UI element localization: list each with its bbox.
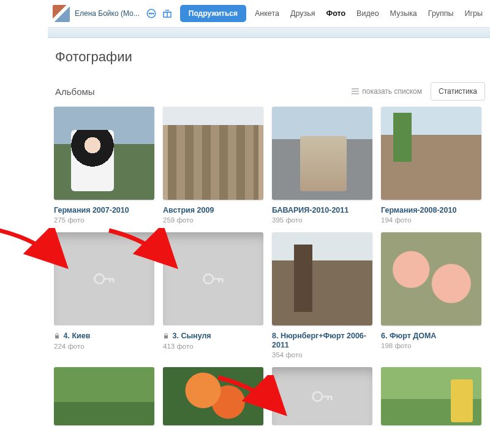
album-count: 395 фото	[272, 216, 372, 224]
album-thumb[interactable]	[54, 107, 154, 200]
list-icon	[352, 88, 359, 94]
album-title[interactable]: 4. Киев	[54, 332, 154, 341]
album-title[interactable]: 6. Фюрт ДОМА	[381, 332, 481, 341]
album-title[interactable]: 3. Сынуля	[163, 332, 263, 341]
album-title[interactable]: 8. Нюрнберг+Фюрт 2006-2011	[272, 332, 372, 350]
album-thumb-locked[interactable]	[163, 232, 263, 325]
profile-nav: Анкета Друзья Фото Видео Музыка Группы И…	[255, 9, 483, 18]
content-area: Фотографии Альбомы показать списком Стат…	[0, 38, 490, 425]
key-icon	[308, 382, 336, 411]
svg-point-1	[149, 13, 150, 14]
album-thumb[interactable]	[381, 367, 481, 425]
avatar[interactable]	[53, 5, 70, 22]
nav-friends[interactable]: Друзья	[290, 9, 315, 18]
nav-games[interactable]: Игры	[464, 9, 482, 18]
nav-music[interactable]: Музыка	[390, 9, 417, 18]
nav-photo[interactable]: Фото	[326, 9, 345, 18]
album-thumb[interactable]	[381, 107, 481, 200]
nav-video[interactable]: Видео	[356, 9, 379, 18]
album-count: 198 фото	[381, 342, 481, 349]
album-title[interactable]: Германия 2007-2010	[54, 206, 154, 215]
album-thumb[interactable]	[163, 107, 263, 200]
album-title[interactable]: Австрия 2009	[163, 206, 263, 215]
key-icon	[199, 265, 227, 293]
nav-profile[interactable]: Анкета	[255, 9, 279, 18]
albums-grid: Германия 2007-2010 275 фото Австрия 2009…	[54, 107, 490, 425]
album-card: 4. Киев 224 фото	[54, 232, 154, 359]
album-title[interactable]: БАВАРИЯ-2010-2011	[272, 206, 372, 215]
svg-point-3	[153, 13, 154, 14]
lock-icon	[54, 332, 60, 341]
album-thumb[interactable]	[272, 232, 372, 325]
album-card: 8. Нюрнберг+Фюрт 2006-2011 354 фото	[272, 232, 372, 359]
album-thumb[interactable]	[163, 367, 263, 425]
album-card: 6. Фюрт ДОМА 198 фото	[381, 232, 481, 359]
svg-point-7	[313, 392, 322, 401]
album-count: 413 фото	[163, 343, 263, 350]
album-title[interactable]: Германия-2008-2010	[381, 206, 481, 215]
album-thumb[interactable]	[381, 232, 481, 325]
gift-icon[interactable]	[162, 8, 173, 19]
user-name-link[interactable]: Елена Бойко (Мо...	[75, 9, 140, 18]
album-card: БАВАРИЯ-2010-2011 395 фото	[272, 107, 372, 224]
album-card	[163, 367, 263, 425]
message-icon[interactable]	[146, 8, 157, 19]
album-card	[272, 367, 372, 425]
album-count: 194 фото	[381, 216, 481, 224]
svg-point-6	[204, 274, 213, 283]
album-count: 275 фото	[54, 216, 154, 224]
album-card: Германия 2007-2010 275 фото	[54, 107, 154, 224]
key-icon	[90, 265, 118, 293]
show-as-list-link[interactable]: показать списком	[352, 87, 422, 96]
albums-header: Альбомы показать списком Статистика	[54, 82, 490, 101]
album-count: 354 фото	[272, 351, 372, 359]
album-card	[54, 367, 154, 425]
top-bar: Елена Бойко (Мо... Подружиться Анкета Др…	[48, 0, 490, 28]
albums-label: Альбомы	[55, 86, 95, 97]
nav-groups[interactable]: Группы	[428, 9, 454, 18]
album-card: Германия-2008-2010 194 фото	[381, 107, 481, 224]
album-card	[381, 367, 481, 425]
show-as-list-label: показать списком	[362, 87, 422, 96]
befriend-button[interactable]: Подружиться	[180, 5, 246, 22]
page-title: Фотографии	[55, 49, 490, 65]
album-thumb[interactable]	[54, 367, 154, 425]
album-count: 224 фото	[54, 343, 154, 350]
album-thumb-locked[interactable]	[54, 232, 154, 325]
album-thumb[interactable]	[272, 107, 372, 200]
album-thumb-locked[interactable]	[272, 367, 372, 425]
svg-point-2	[151, 13, 152, 14]
album-card: 3. Сынуля 413 фото	[163, 232, 263, 359]
lock-icon	[163, 332, 169, 341]
album-card: Австрия 2009 259 фото	[163, 107, 263, 224]
album-count: 259 фото	[163, 216, 263, 224]
gray-band	[48, 28, 490, 38]
svg-point-5	[95, 274, 104, 283]
stats-button[interactable]: Статистика	[431, 82, 485, 101]
